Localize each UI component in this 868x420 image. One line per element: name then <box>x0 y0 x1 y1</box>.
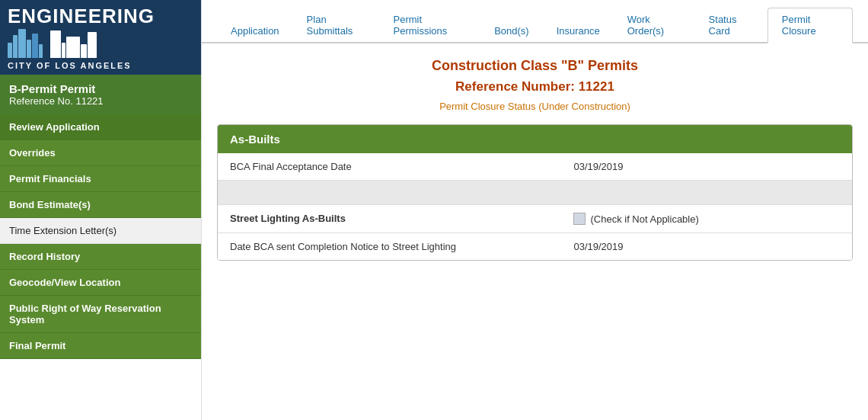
as-builts-table: BCA Final Acceptance Date 03/19/2019 Str… <box>218 153 852 260</box>
logo-bld-4 <box>81 44 87 58</box>
logo-bld-5 <box>88 32 97 58</box>
table-row-date-bca: Date BCA sent Completion Notice to Stree… <box>218 233 852 260</box>
table-row-shaded <box>218 181 852 205</box>
logo-bar-4 <box>27 40 31 58</box>
cell-empty-2 <box>535 181 853 204</box>
permit-status: Permit Closure Status (Under Constructio… <box>217 101 853 112</box>
sidebar-item-bond-estimate[interactable]: Bond Estimate(s) <box>0 192 201 218</box>
logo-bld-1 <box>50 30 61 58</box>
sidebar-item-review-application[interactable]: Review Application <box>0 114 201 140</box>
sidebar-item-final-permit[interactable]: Final Permit <box>0 333 201 359</box>
sidebar-item-permit-financials[interactable]: Permit Financials <box>0 166 201 192</box>
tab-bonds[interactable]: Bond(s) <box>480 20 543 43</box>
logo-graphic <box>8 26 193 59</box>
section-header: As-Builts <box>218 125 852 153</box>
tabs-bar: Application Plan Submittals Permit Permi… <box>202 0 868 43</box>
sidebar-navigation: Review Application Overrides Permit Fina… <box>0 114 201 359</box>
permit-ref: Reference No. 11221 <box>9 95 192 107</box>
sidebar: ENGINEERING CITY OF LOS ANGELES <box>0 0 202 420</box>
cell-street-lighting-value: (Check if Not Applicable) <box>561 205 852 232</box>
tab-application[interactable]: Application <box>217 20 293 43</box>
permit-title: B-Permit Permit <box>9 82 192 95</box>
logo-bld-3 <box>66 37 80 58</box>
logo-bar-3 <box>18 29 26 58</box>
city-text: CITY OF LOS ANGELES <box>8 61 193 70</box>
sidebar-item-time-extension[interactable]: Time Extension Letter(s) <box>0 218 201 244</box>
reference-number: Reference Number: 11221 <box>217 79 853 95</box>
cell-date-bca-value: 03/19/2019 <box>561 233 852 260</box>
cell-date-bca-label: Date BCA sent Completion Notice to Stree… <box>218 233 561 260</box>
sidebar-item-record-history[interactable]: Record History <box>0 244 201 270</box>
logo-bld-2 <box>62 43 65 58</box>
engineering-text: ENGINEERING <box>8 6 155 26</box>
cell-bca-value: 03/19/2019 <box>561 153 852 180</box>
sidebar-item-public-right[interactable]: Public Right of Way Reservation System <box>0 296 201 333</box>
sidebar-item-overrides[interactable]: Overrides <box>0 140 201 166</box>
sidebar-item-geocode[interactable]: Geocode/View Location <box>0 270 201 296</box>
content-area: Construction Class "B" Permits Reference… <box>202 43 868 273</box>
cell-bca-label: BCA Final Acceptance Date <box>218 153 561 180</box>
logo-bar-6 <box>39 44 43 58</box>
tab-work-orders[interactable]: Work Order(s) <box>614 8 695 43</box>
table-row-street-lighting: Street Lighting As-Builts (Check if Not … <box>218 205 852 233</box>
cell-empty-1 <box>218 181 535 204</box>
tab-status-card[interactable]: Status Card <box>695 8 767 43</box>
cell-street-lighting-label: Street Lighting As-Builts <box>218 205 561 232</box>
tab-permit-permissions[interactable]: Permit Permissions <box>380 8 481 43</box>
tab-permit-closure[interactable]: Permit Closure <box>767 8 853 43</box>
tab-insurance[interactable]: Insurance <box>543 20 614 43</box>
tab-plan-submittals[interactable]: Plan Submittals <box>293 8 380 43</box>
as-builts-section: As-Builts BCA Final Acceptance Date 03/1… <box>217 124 853 261</box>
page-title: Construction Class "B" Permits <box>217 56 853 76</box>
checkbox-label: (Check if Not Applicable) <box>590 213 698 225</box>
not-applicable-checkbox[interactable] <box>573 213 586 225</box>
logo-bar-5 <box>32 34 38 58</box>
logo-area: ENGINEERING CITY OF LOS ANGELES <box>0 0 201 75</box>
main-content: Application Plan Submittals Permit Permi… <box>202 0 868 420</box>
table-row: BCA Final Acceptance Date 03/19/2019 <box>218 153 852 181</box>
permit-header: B-Permit Permit Reference No. 11221 <box>0 75 201 114</box>
checkbox-area: (Check if Not Applicable) <box>573 213 840 225</box>
logo-bar-2 <box>13 35 18 58</box>
logo-bar-1 <box>8 43 12 58</box>
